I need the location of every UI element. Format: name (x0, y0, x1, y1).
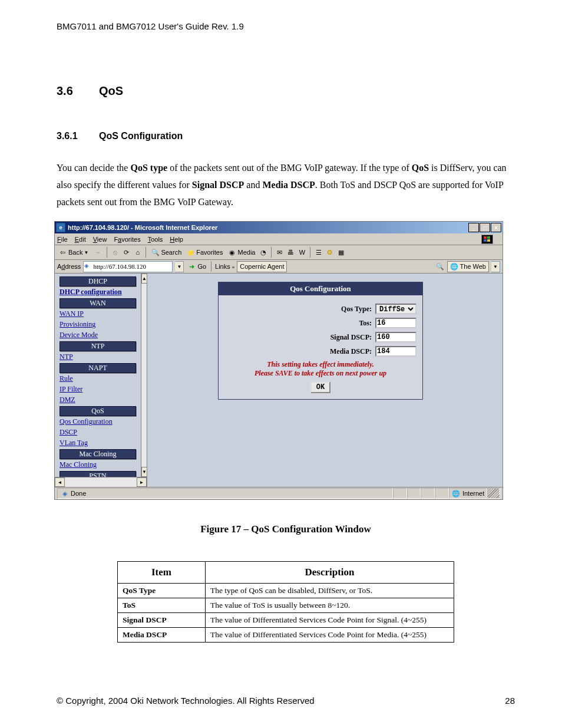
sidebar-item-dscp[interactable]: DSCP (59, 428, 136, 437)
status-text: Done (71, 490, 86, 497)
extra-icon[interactable]: ▦ (336, 248, 345, 257)
th-item: Item (118, 562, 206, 584)
sidebar-header-pstn: PSTN (59, 471, 136, 477)
back-button[interactable]: ⇦Back▼ (57, 248, 90, 257)
sidebar-item-ntp[interactable]: NTP (59, 353, 136, 361)
table-row: Signal DSCPThe value of Differentiated S… (118, 613, 454, 628)
maximize-button[interactable]: □ (480, 223, 490, 232)
svg-rect-3 (487, 239, 490, 242)
close-button[interactable]: × (491, 223, 501, 232)
page-icon: ◈ (84, 262, 89, 269)
menu-view[interactable]: View (93, 236, 107, 243)
menu-file[interactable]: File (57, 236, 68, 243)
star-icon: ⭐ (186, 248, 195, 257)
address-dropdown[interactable]: ▼ (175, 261, 184, 272)
tos-input[interactable] (375, 318, 416, 328)
sidebar-item-rule[interactable]: Rule (59, 374, 136, 383)
th-desc: Description (206, 562, 454, 584)
svg-rect-0 (484, 236, 487, 239)
refresh-icon[interactable]: ⟳ (122, 248, 131, 257)
ie-icon: e (56, 223, 65, 232)
page-number: 28 (505, 696, 515, 706)
qos-type-label: Qos Type: (224, 305, 372, 314)
menu-tools[interactable]: Tools (148, 236, 163, 243)
doc-header: BMG7011 and BMG7012 User's Guide Rev. 1.… (57, 21, 515, 31)
warning-text: This setting takes effect immediately.Pl… (224, 360, 416, 378)
menu-edit[interactable]: Edit (75, 236, 86, 243)
forward-button[interactable]: → (92, 248, 103, 257)
status-bar: ◈Done 🌐Internet (55, 487, 503, 499)
copernic-button[interactable]: Copernic Agent (237, 261, 287, 272)
sidebar-item-device-mode[interactable]: Device Mode (59, 331, 136, 340)
address-label: Address (57, 263, 81, 270)
print-icon[interactable]: 🖶 (286, 248, 295, 257)
menu-favorites[interactable]: Favorites (114, 236, 140, 243)
sidebar-vscroll[interactable]: ▲ ▼ (141, 274, 147, 477)
screenshot-window: e http://67.104.98.120/ - Microsoft Inte… (54, 221, 503, 500)
minimize-button[interactable]: _ (468, 223, 479, 232)
media-button[interactable]: ◉Media (227, 248, 257, 257)
sidebar-item-vlantag[interactable]: VLan Tag (59, 439, 136, 447)
ok-button[interactable]: OK (310, 381, 330, 393)
description-table: ItemDescription QoS TypeThe type of QoS … (117, 561, 454, 643)
search-icon: 🔍 (151, 248, 160, 257)
address-bar: Address ◈ ▼ ➜Go Links » Copernic Agent 🔍… (55, 260, 503, 274)
scroll-left-icon[interactable]: ◄ (55, 477, 65, 487)
go-icon: ➜ (187, 262, 196, 271)
theweb-dropdown[interactable]: ▼ (491, 261, 500, 272)
search-button[interactable]: 🔍Search (150, 248, 183, 257)
address-input[interactable] (83, 261, 173, 272)
zone-icon: 🌐 (452, 489, 461, 498)
globe-icon: 🌐 (450, 262, 459, 271)
favorites-button[interactable]: ⭐Favorites (185, 248, 224, 257)
svg-rect-2 (484, 239, 487, 242)
copyright: © Copyright, 2004 Oki Network Technologi… (57, 696, 315, 706)
go-button[interactable]: ➜Go (186, 262, 207, 271)
discuss-icon[interactable]: ☰ (314, 248, 323, 257)
sidebar-header-dhcp: DHCP (59, 276, 136, 286)
signal-dscp-label: Signal DSCP: (224, 333, 372, 342)
sidebar-item-qos-config[interactable]: Qos Configuration (59, 417, 136, 426)
sidebar-header-qos: QoS (59, 406, 136, 416)
sidebar-item-dhcp-config[interactable]: DHCP configuration (59, 288, 136, 297)
scroll-right-icon[interactable]: ► (137, 477, 147, 487)
scroll-up-icon[interactable]: ▲ (141, 274, 147, 284)
sidebar-item-ipfilter[interactable]: IP Filter (59, 385, 136, 394)
sidebar-item-maccloning[interactable]: Mac Cloning (59, 460, 136, 469)
media-icon: ◉ (228, 248, 237, 257)
signal-dscp-input[interactable] (375, 332, 416, 342)
table-row: ToSThe value of ToS is usually between 8… (118, 598, 454, 613)
mail-icon[interactable]: ✉ (275, 248, 284, 257)
table-row: Media DSCPThe value of Differentiated Se… (118, 628, 454, 643)
back-icon: ⇦ (58, 248, 67, 257)
home-icon[interactable]: ⌂ (133, 248, 142, 257)
done-icon: ◈ (60, 489, 69, 498)
qos-panel: Qos Configuration Qos Type: DiffServ Tos… (218, 282, 423, 400)
table-row: QoS TypeThe type of QoS can be disabled,… (118, 584, 454, 598)
sidebar-header-wan: WAN (59, 298, 136, 308)
links-label[interactable]: Links » (215, 263, 234, 270)
edit-icon[interactable]: W (297, 248, 306, 257)
media-dscp-label: Media DSCP: (224, 347, 372, 356)
section-heading: 3.6QoS (57, 84, 515, 98)
qos-type-select[interactable]: DiffServ (375, 304, 416, 314)
media-dscp-input[interactable] (375, 346, 416, 357)
sidebar-header-maccloning: Mac Cloning (59, 449, 136, 459)
history-icon[interactable]: ◔ (259, 248, 267, 257)
windows-flag-icon (481, 235, 493, 244)
toolbar: ⇦Back▼ → ⦸ ⟳ ⌂ 🔍Search ⭐Favorites ◉Media… (55, 245, 503, 260)
sidebar-item-wanip[interactable]: WAN IP (59, 309, 136, 318)
scroll-down-icon[interactable]: ▼ (141, 467, 147, 477)
forward-icon: → (93, 248, 102, 257)
sidebar-item-dmz[interactable]: DMZ (59, 396, 136, 404)
window-title: http://67.104.98.120/ - Microsoft Intern… (68, 224, 217, 231)
menu-help[interactable]: Help (170, 236, 183, 243)
sidebar-hscroll[interactable]: ◄ ► (55, 477, 147, 487)
sidebar-item-provisioning[interactable]: Provisioning (59, 320, 136, 329)
figure-caption: Figure 17 – QoS Configuration Window (57, 523, 515, 535)
panel-title: Qos Configuration (219, 282, 422, 295)
search-glass-icon[interactable]: 🔍 (436, 262, 445, 271)
theweb-button[interactable]: 🌐The Web (447, 261, 489, 272)
stop-icon[interactable]: ⦸ (111, 248, 120, 257)
messenger-icon[interactable]: ❂ (325, 248, 334, 257)
